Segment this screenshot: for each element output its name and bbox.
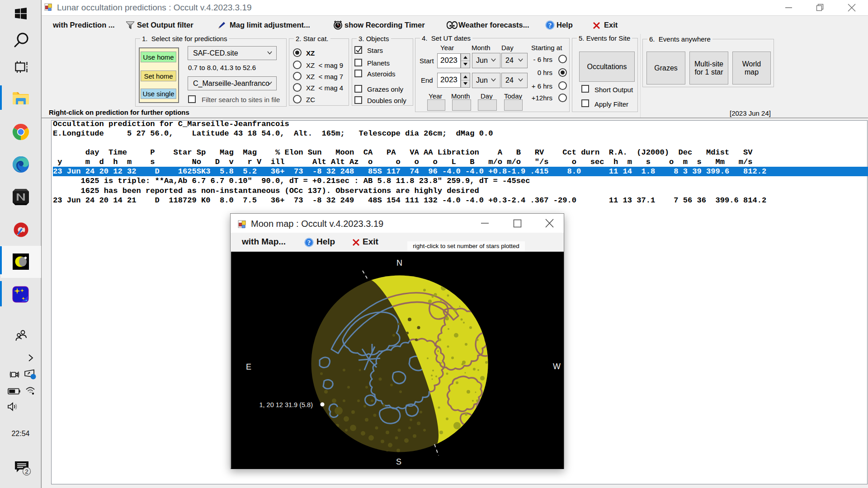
svg-text:N: N	[396, 258, 402, 267]
svg-text:E: E	[246, 362, 251, 371]
svg-text:S: S	[396, 457, 401, 466]
svg-text:W: W	[553, 362, 561, 371]
svg-text:1, 20 12 31.9 (5.8): 1, 20 12 31.9 (5.8)	[259, 401, 313, 408]
svg-text:?: ?	[307, 239, 311, 246]
svg-text:2: 2	[25, 468, 28, 475]
svg-text:?: ?	[548, 22, 552, 29]
